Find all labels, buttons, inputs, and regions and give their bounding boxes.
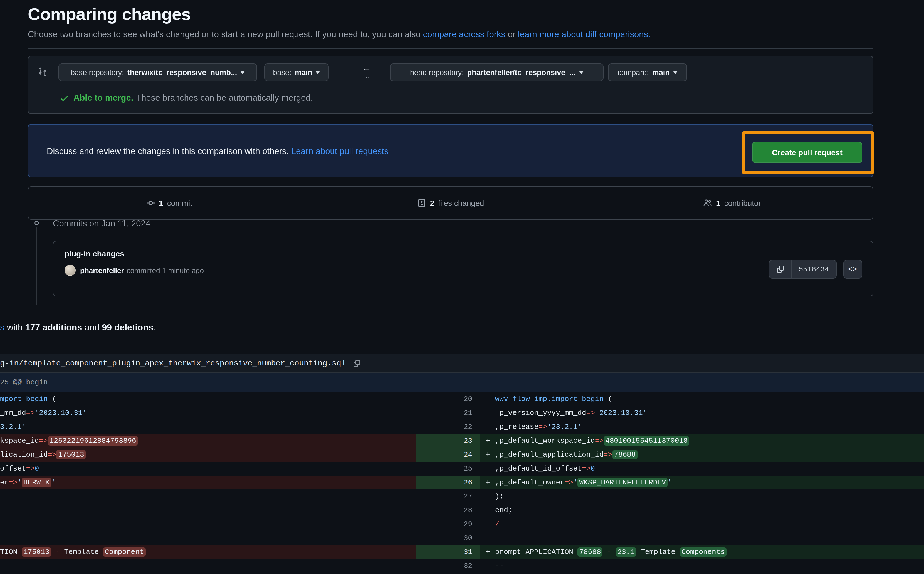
diff-line-left: TION 175013 - Template Component: [0, 545, 416, 559]
discussion-banner: Discuss and review the changes in this c…: [28, 124, 874, 177]
diff-line-left: offset=>0: [0, 462, 416, 476]
diff-line-code: end;: [480, 503, 924, 517]
create-pull-request-button[interactable]: Create pull request: [752, 142, 862, 163]
compare-across-forks-link[interactable]: compare across forks: [423, 30, 505, 39]
commit-card: plug-in changes phartenfeller committed …: [53, 241, 874, 296]
diff-line-code: /: [480, 517, 924, 531]
base-branch-dropdown[interactable]: base: main: [264, 63, 329, 81]
file-path: g-in/template_component_plugin_apex_ther…: [0, 359, 346, 367]
diff-line-left: [0, 559, 416, 573]
diff-summary: s with 177 additions and 99 deletions.: [0, 323, 156, 333]
diff-line-code: --: [480, 559, 924, 573]
subtitle-or: or: [505, 30, 518, 39]
diff-line-code: +,p_default_owner=>'WKSP_HARTENFELLERDEV…: [480, 476, 924, 489]
diff-line-code: +,p_default_application_id=>78688: [480, 448, 924, 462]
changed-files-link[interactable]: s: [0, 323, 5, 332]
commits-stat[interactable]: 1 commit: [28, 187, 310, 219]
diff-line-number[interactable]: 23: [416, 434, 480, 448]
diff-row: offset=>025 ,p_default_id_offset=>0: [0, 462, 924, 476]
timeline-line: [36, 227, 37, 305]
diff-line-number[interactable]: 24: [416, 448, 480, 462]
branch-selector-box: base repository: therwix/tc_responsive_n…: [28, 56, 874, 114]
diff-line-left: kspace_id=>12532219612884793896: [0, 434, 416, 448]
diff-line-number[interactable]: 21: [416, 406, 480, 420]
file-header-bar: g-in/template_component_plugin_apex_ther…: [0, 354, 924, 373]
diff-line-marker: [486, 406, 495, 420]
subtitle-text: Choose two branches to see what's change…: [28, 30, 423, 39]
diff-row: 27 );: [0, 489, 924, 503]
files-changed-stat[interactable]: 2 files changed: [310, 187, 591, 219]
diff-line-code: ,p_default_id_offset=>0: [480, 462, 924, 476]
check-icon: [60, 93, 69, 102]
diff-line-code: +prompt APPLICATION 78688 - 23.1 Templat…: [480, 545, 924, 559]
diff-row: 32 --: [0, 559, 924, 573]
hunk-header: 25 @@ begin: [0, 373, 924, 392]
diff-line-number[interactable]: 29: [416, 517, 480, 531]
people-icon: [703, 199, 712, 207]
diff-line-number[interactable]: 31: [416, 545, 480, 559]
diff-line-code: wwv_flow_imp.import_begin (: [480, 392, 924, 406]
diff-line-number[interactable]: 28: [416, 503, 480, 517]
diff-row: 29 /: [0, 517, 924, 531]
diff-line-number[interactable]: 27: [416, 489, 480, 503]
diff-row: kspace_id=>1253221961288479389623+,p_def…: [0, 434, 924, 448]
head-repository-value: phartenfeller/tc_responsive_...: [467, 68, 576, 76]
avatar[interactable]: [65, 265, 76, 276]
browse-code-button[interactable]: <>: [844, 260, 862, 279]
merge-status: Able to merge. These branches can be aut…: [60, 91, 313, 104]
additions-count: 177 additions: [25, 323, 82, 332]
diff-line-marker: [486, 531, 495, 545]
diff-line-number[interactable]: 30: [416, 531, 480, 545]
chevron-down-icon: [240, 71, 245, 74]
diff-line-number[interactable]: 26: [416, 476, 480, 489]
diff-line-left: mport_begin (: [0, 392, 416, 406]
commits-date-heading: Commits on Jan 11, 2024: [53, 219, 150, 229]
diff-line-number[interactable]: 32: [416, 559, 480, 573]
base-repository-dropdown[interactable]: base repository: therwix/tc_responsive_n…: [58, 63, 257, 81]
summary-and: and: [82, 323, 102, 332]
base-repository-prefix: base repository:: [71, 68, 124, 76]
compare-branch-value: main: [652, 68, 670, 76]
diff-line-marker: +: [486, 476, 495, 489]
diff-line-number[interactable]: 25: [416, 462, 480, 476]
merge-status-description: These branches can be automatically merg…: [136, 93, 313, 103]
diff-line-marker: [486, 392, 495, 406]
contributors-stat[interactable]: 1 contributor: [591, 187, 873, 219]
chevron-down-icon: [316, 71, 320, 74]
diff-line-left: [0, 503, 416, 517]
diff-line-marker: [486, 489, 495, 503]
diff-row: er=>'HERWIX'26+,p_default_owner=>'WKSP_H…: [0, 476, 924, 489]
compare-direction-arrow: ← ...: [358, 63, 375, 86]
merge-status-label: Able to merge.: [73, 93, 133, 103]
diff-line-number[interactable]: 20: [416, 392, 480, 406]
diff-line-marker: [486, 420, 495, 434]
diff-line-left: er=>'HERWIX': [0, 476, 416, 489]
commit-time: committed 1 minute ago: [127, 266, 204, 274]
files-changed-count: 2: [430, 199, 434, 207]
base-branch-value: main: [295, 68, 312, 76]
copy-sha-button[interactable]: [769, 260, 792, 278]
divider: [28, 48, 874, 49]
copy-icon: [776, 265, 785, 274]
diff-line-code: [480, 531, 924, 545]
diff-row: lication_id=>17501324+,p_default_applica…: [0, 448, 924, 462]
summary-text: with: [5, 323, 25, 332]
highlight-annotation-box: Create pull request: [742, 131, 874, 174]
commits-label: commit: [167, 199, 192, 207]
learn-about-pull-requests-link[interactable]: Learn about pull requests: [291, 146, 389, 156]
diff-comparisons-link[interactable]: learn more about diff comparisons.: [518, 30, 651, 39]
commit-sha[interactable]: 5518434: [792, 260, 836, 278]
files-changed-label: files changed: [438, 199, 484, 207]
head-repository-dropdown[interactable]: head repository: phartenfeller/tc_respon…: [390, 63, 604, 81]
diff-row: TION 175013 - Template Component31+promp…: [0, 545, 924, 559]
compare-branch-dropdown[interactable]: compare: main: [608, 63, 687, 81]
diff-row: 3.2.1'22 ,p_release=>'23.2.1': [0, 420, 924, 434]
copy-path-button[interactable]: [352, 359, 361, 367]
commit-title[interactable]: plug-in changes: [65, 249, 125, 258]
diff-line-marker: [486, 559, 495, 573]
summary-period: .: [153, 323, 156, 332]
diff-line-number[interactable]: 22: [416, 420, 480, 434]
diff-line-left: lication_id=>175013: [0, 448, 416, 462]
commit-sha-group: 5518434: [769, 260, 837, 279]
commit-author[interactable]: phartenfeller: [80, 266, 124, 274]
